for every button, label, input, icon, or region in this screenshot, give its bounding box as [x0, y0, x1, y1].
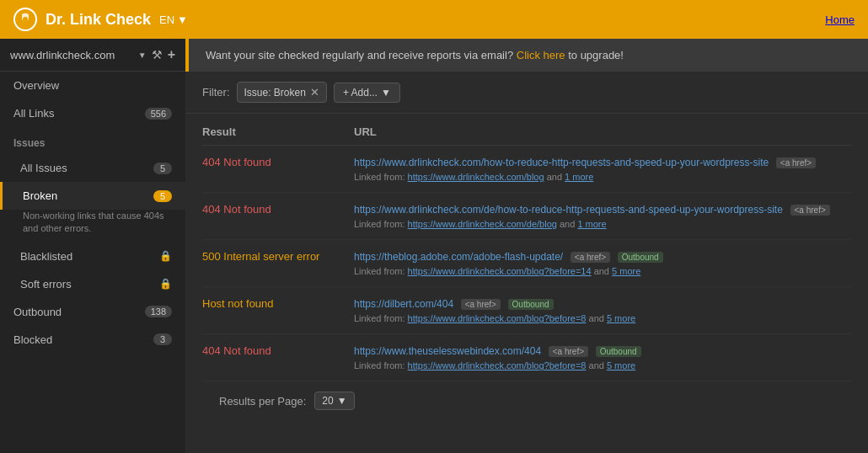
linked-from-url[interactable]: https://www.drlinkcheck.com/de/blog	[408, 219, 557, 229]
home-link[interactable]: Home	[825, 13, 855, 26]
table-row: 500 Internal server error https://theblo…	[202, 240, 851, 287]
more-link[interactable]: 1 more	[565, 172, 593, 182]
more-link[interactable]: 1 more	[577, 219, 606, 229]
logo-icon	[13, 8, 37, 31]
add-domain-icon[interactable]: +	[168, 47, 175, 62]
issues-section-header: Issues	[0, 127, 185, 154]
result-url-link[interactable]: https://www.theuselesswebindex.com/404	[354, 345, 541, 357]
sidebar-item-broken[interactable]: Broken 5	[0, 182, 185, 210]
add-filter-button[interactable]: + Add... ▼	[334, 83, 400, 103]
more-link[interactable]: 5 more	[612, 266, 640, 276]
result-url-cell: https://www.drlinkcheck.com/how-to-reduc…	[354, 156, 851, 182]
main-content: Want your site checked regularly and rec…	[185, 39, 868, 453]
tag-outbound: Outbound	[596, 346, 641, 357]
header-nav: Home	[825, 13, 855, 26]
all-links-badge: 556	[145, 108, 172, 120]
result-url-cell: https://theblog.adobe.com/adobe-flash-up…	[354, 250, 851, 276]
result-url-link[interactable]: https://www.drlinkcheck.com/de/how-to-re…	[354, 204, 783, 216]
settings-icon[interactable]: ⚒	[152, 48, 163, 61]
result-status: Host not found	[202, 297, 354, 310]
broken-description: Non-working links that cause 404s and ot…	[0, 210, 185, 242]
logo-text: Dr. Link Check	[46, 11, 151, 29]
domain-text: www.drlinkcheck.com	[10, 49, 133, 61]
result-status: 404 Not found	[202, 344, 354, 357]
sidebar: www.drlinkcheck.com ▼ ⚒ + Overview All L…	[0, 39, 185, 453]
domain-bar: www.drlinkcheck.com ▼ ⚒ +	[0, 39, 185, 72]
tag-ahref: <a href>	[461, 299, 501, 310]
table-row: 404 Not found https://www.drlinkcheck.co…	[202, 146, 851, 193]
outbound-badge: 138	[145, 306, 172, 317]
tag-ahref: <a href>	[571, 252, 610, 263]
sidebar-item-all-issues[interactable]: All Issues 5	[0, 154, 185, 182]
linked-from: Linked from: https://www.drlinkcheck.com…	[354, 266, 851, 276]
table-row: Host not found https://dilbert.com/404 <…	[202, 287, 851, 334]
soft-errors-lock-icon: 🔒	[159, 278, 172, 290]
svg-point-1	[23, 17, 28, 22]
result-url-link[interactable]: https://theblog.adobe.com/adobe-flash-up…	[354, 251, 563, 263]
sidebar-item-blacklisted[interactable]: Blacklisted 🔒	[0, 242, 185, 270]
linked-from: Linked from: https://www.drlinkcheck.com…	[354, 360, 851, 370]
linked-from-url[interactable]: https://www.drlinkcheck.com/blog?before=…	[408, 313, 587, 323]
more-link[interactable]: 5 more	[607, 360, 635, 370]
per-page-select[interactable]: 20 ▼	[314, 392, 354, 410]
result-status: 500 Internal server error	[202, 250, 354, 263]
app-header: Dr. Link Check EN ▼ Home	[0, 0, 868, 39]
linked-from-url[interactable]: https://www.drlinkcheck.com/blog?before=…	[408, 266, 592, 276]
tag-outbound: Outbound	[508, 299, 554, 310]
tag-ahref: <a href>	[549, 346, 588, 357]
pagination-bar: Results per Page: 20 ▼	[202, 381, 851, 420]
results-table: Result URL 404 Not found https://www.drl…	[185, 114, 868, 437]
language-button[interactable]: EN ▼	[159, 13, 188, 26]
result-url-cell: https://www.drlinkcheck.com/de/how-to-re…	[354, 203, 851, 229]
table-row: 404 Not found https://www.theuselesswebi…	[202, 334, 851, 381]
per-page-label: Results per Page:	[219, 395, 306, 408]
upgrade-banner: Want your site checked regularly and rec…	[185, 39, 868, 72]
table-header: Result URL	[202, 114, 851, 146]
sidebar-item-overview[interactable]: Overview	[0, 72, 185, 99]
broken-badge: 5	[153, 190, 172, 202]
result-url-link[interactable]: https://www.drlinkcheck.com/how-to-reduc…	[354, 157, 769, 168]
linked-from: Linked from: https://www.drlinkcheck.com…	[354, 313, 851, 323]
linked-from: Linked from: https://www.drlinkcheck.com…	[354, 172, 851, 182]
table-row: 404 Not found https://www.drlinkcheck.co…	[202, 193, 851, 240]
result-status: 404 Not found	[202, 203, 354, 216]
sidebar-item-outbound[interactable]: Outbound 138	[0, 298, 185, 326]
tag-ahref: <a href>	[776, 157, 816, 168]
linked-from: Linked from: https://www.drlinkcheck.com…	[354, 219, 851, 229]
sidebar-item-soft-errors[interactable]: Soft errors 🔒	[0, 270, 185, 298]
upgrade-link[interactable]: Click here	[517, 49, 565, 61]
filter-label: Filter:	[202, 86, 230, 99]
linked-from-url[interactable]: https://www.drlinkcheck.com/blog?before=…	[408, 360, 587, 370]
remove-filter-icon[interactable]: ✕	[310, 86, 319, 99]
blocked-badge: 3	[153, 333, 172, 345]
tag-ahref: <a href>	[790, 205, 830, 216]
sidebar-item-all-links[interactable]: All Links 556	[0, 99, 185, 127]
result-url-cell: https://dilbert.com/404 <a href> Outboun…	[354, 297, 851, 323]
all-issues-badge: 5	[153, 163, 172, 174]
more-link[interactable]: 5 more	[607, 313, 635, 323]
filter-chip-broken[interactable]: Issue: Broken ✕	[237, 82, 327, 103]
domain-arrow-icon[interactable]: ▼	[138, 51, 147, 60]
linked-from-url[interactable]: https://www.drlinkcheck.com/blog	[408, 172, 544, 182]
header-left: Dr. Link Check EN ▼	[13, 8, 188, 31]
result-url-cell: https://www.theuselesswebindex.com/404 <…	[354, 344, 851, 370]
col-url-header: URL	[354, 125, 851, 138]
result-url-link[interactable]: https://dilbert.com/404	[354, 298, 453, 310]
main-layout: www.drlinkcheck.com ▼ ⚒ + Overview All L…	[0, 39, 868, 453]
result-status: 404 Not found	[202, 156, 354, 168]
col-result-header: Result	[202, 125, 354, 138]
tag-outbound: Outbound	[618, 252, 663, 263]
blacklisted-lock-icon: 🔒	[159, 250, 172, 262]
filter-bar: Filter: Issue: Broken ✕ + Add... ▼	[185, 72, 868, 114]
sidebar-item-blocked[interactable]: Blocked 3	[0, 326, 185, 354]
